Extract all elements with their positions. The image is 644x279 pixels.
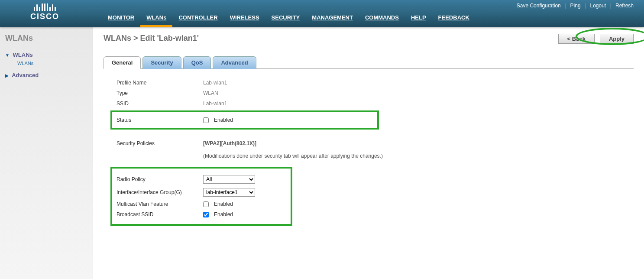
main-nav: MONITOR WLANs CONTROLLER WIRELESS SECURI… [102, 9, 476, 27]
type-label: Type [117, 90, 203, 96]
multicast-label: Multicast Vlan Feature [117, 201, 203, 207]
sidebar-title: WLANs [5, 34, 87, 43]
tab-security[interactable]: Security [142, 56, 181, 69]
tabstrip: General Security QoS Advanced [104, 56, 634, 69]
nav-management[interactable]: MANAGEMENT [306, 9, 359, 27]
row-status: Status Enabled [117, 115, 373, 125]
broadcast-ssid-checkbox[interactable] [203, 212, 209, 217]
row-radio-policy: Radio Policy All [117, 173, 286, 186]
ping-link[interactable]: Ping [570, 3, 581, 9]
left-sidebar: WLANs ▼ WLANs WLANs ▶ Advanced [0, 27, 93, 279]
nav-commands[interactable]: COMMANDS [359, 9, 405, 27]
chevron-right-icon: ▶ [5, 73, 9, 78]
nav-wireless[interactable]: WIRELESS [224, 9, 265, 27]
row-ssid: SSID Lab-wlan1 [117, 98, 450, 109]
nav-monitor[interactable]: MONITOR [102, 9, 140, 27]
row-broadcast-ssid: Broadcast SSID Enabled [117, 209, 286, 220]
tab-qos[interactable]: QoS [183, 56, 211, 69]
tab-general[interactable]: General [104, 56, 141, 69]
broadcast-ssid-text: Enabled [214, 211, 233, 217]
action-buttons: < Back Apply [558, 34, 634, 44]
ssid-label: SSID [117, 101, 203, 107]
nav-controller[interactable]: CONTROLLER [172, 9, 223, 27]
sidebar-item-advanced[interactable]: ▶ Advanced [5, 72, 87, 78]
security-policies-value: [WPA2][Auth(802.1X)] [203, 140, 256, 146]
sidebar-item-label: WLANs [13, 52, 33, 58]
logo-bars-icon [30, 3, 59, 11]
broadcast-ssid-label: Broadcast SSID [117, 211, 203, 217]
ssid-value: Lab-wlan1 [203, 101, 227, 107]
chevron-down-icon: ▼ [5, 53, 10, 58]
multicast-enabled-checkbox[interactable] [203, 201, 209, 207]
profile-name-value: Lab-wlan1 [203, 80, 227, 86]
security-note: (Modifications done under security tab w… [203, 153, 450, 159]
profile-name-label: Profile Name [117, 80, 203, 86]
form-area: Profile Name Lab-wlan1 Type WLAN SSID La… [104, 78, 450, 226]
nav-help[interactable]: HELP [405, 9, 432, 27]
row-profile-name: Profile Name Lab-wlan1 [117, 78, 450, 88]
multicast-enabled-text: Enabled [214, 201, 233, 207]
save-configuration-link[interactable]: Save Configuration [517, 3, 561, 9]
top-header: CISCO Save Configuration | Ping | Logout… [0, 0, 644, 27]
radio-policy-label: Radio Policy [117, 176, 203, 182]
type-value: WLAN [203, 90, 218, 96]
interface-label: Interface/Interface Group(G) [117, 189, 203, 195]
apply-button[interactable]: Apply [600, 34, 634, 44]
sidebar-item-wlans[interactable]: ▼ WLANs [5, 52, 87, 58]
breadcrumb: WLANs > Edit 'Lab-wlan1' [104, 34, 199, 43]
row-type: Type WLAN [117, 88, 450, 98]
row-multicast: Multicast Vlan Feature Enabled [117, 199, 286, 209]
sidebar-subitem-wlans[interactable]: WLANs [17, 61, 87, 66]
security-policies-label: Security Policies [117, 140, 203, 146]
row-interface: Interface/Interface Group(G) lab-interfa… [117, 186, 286, 199]
top-utility-links: Save Configuration | Ping | Logout | Ref… [515, 3, 635, 9]
tab-advanced[interactable]: Advanced [213, 56, 256, 69]
status-enabled-text: Enabled [214, 117, 233, 123]
nav-wlans[interactable]: WLANs [140, 9, 172, 27]
radio-policy-select[interactable]: All [203, 175, 255, 184]
status-highlight-box: Status Enabled [110, 110, 379, 130]
policy-highlight-box: Radio Policy All Interface/Interface Gro… [110, 167, 292, 226]
main-content: WLANs > Edit 'Lab-wlan1' < Back Apply Ge… [93, 27, 644, 279]
cisco-logo: CISCO [30, 3, 59, 21]
row-security-policies: Security Policies [WPA2][Auth(802.1X)] [117, 138, 450, 149]
logout-link[interactable]: Logout [590, 3, 606, 9]
interface-select[interactable]: lab-interface1 [203, 188, 255, 197]
sidebar-item-label: Advanced [12, 72, 39, 78]
nav-feedback[interactable]: FEEDBACK [432, 9, 476, 27]
refresh-link[interactable]: Refresh [615, 3, 634, 9]
brand-text: CISCO [30, 12, 59, 21]
back-button[interactable]: < Back [558, 34, 595, 44]
status-enabled-checkbox[interactable] [203, 117, 209, 123]
nav-security[interactable]: SECURITY [265, 9, 306, 27]
status-label: Status [117, 117, 203, 123]
